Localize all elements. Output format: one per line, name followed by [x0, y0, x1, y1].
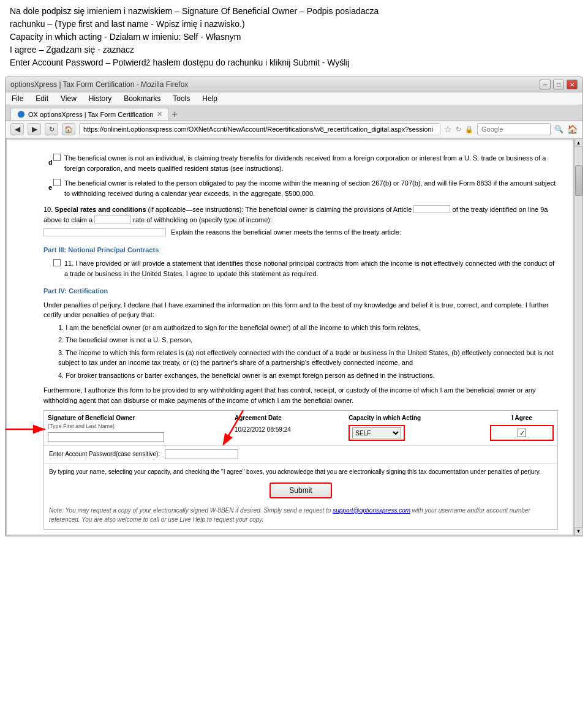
scrollbar[interactable]: ▲ ▼	[574, 138, 582, 536]
cert-item-3: 3. The income to which this form relates…	[58, 348, 558, 368]
part4-heading: Part IV: Certification	[43, 286, 558, 296]
svg-line-3	[226, 410, 244, 440]
password-label: Enter Account Password(case sensitive):	[49, 449, 160, 459]
tab-close-icon[interactable]: ✕	[157, 110, 162, 118]
section-11-text: 11. I have provided or will provide a st…	[64, 258, 558, 279]
submit-section: Submit	[44, 480, 557, 503]
tab-label: OX optionsXpress | Tax Form Certificatio…	[28, 111, 153, 118]
note-text: Note: You may request a copy of your ele…	[49, 507, 331, 514]
home-button[interactable]: 🏠	[62, 123, 75, 135]
menu-view[interactable]: View	[59, 94, 78, 103]
restore-button[interactable]: □	[553, 80, 564, 89]
search-icon[interactable]: 🔍	[554, 125, 564, 133]
rate-input[interactable]	[94, 216, 131, 223]
instruction-line4: I agree – Zgadzam się - zaznacz	[10, 43, 578, 56]
section-d-checkbox[interactable]	[53, 154, 61, 161]
scrollbar-thumb[interactable]	[575, 165, 582, 196]
section-e-checkbox[interactable]	[53, 179, 61, 186]
note-email-link[interactable]: support@optionsxpress.com	[333, 507, 410, 514]
instruction-line1: Na dole podpisz się imieniem i nazwiskie…	[10, 5, 578, 18]
browser-menubar: File Edit View History Bookmarks Tools H…	[6, 92, 582, 105]
capacity-select-container: SELF	[349, 425, 405, 441]
browser-home-icon[interactable]: 🏠	[567, 124, 578, 134]
signature-input[interactable]	[48, 432, 164, 442]
disclaimer-text: By typing your name, selecting your capa…	[49, 468, 541, 475]
menu-edit[interactable]: Edit	[34, 94, 50, 103]
back-button[interactable]: ◀	[10, 123, 24, 135]
address-bar[interactable]	[79, 123, 440, 135]
signature-field: Signature of Beneficial Owner (Type Firs…	[48, 413, 230, 443]
main-content: The beneficial owner is not an individua…	[6, 138, 574, 536]
browser-addressbar: ◀ ▶ ↻ 🏠 ☆ ↻ 🔒 🔍 🏠	[6, 121, 582, 138]
close-button[interactable]: ✕	[567, 80, 578, 89]
iagree-checkbox[interactable]: ✓	[518, 429, 526, 437]
capacity-select[interactable]: SELF	[352, 427, 401, 438]
instruction-line2: rachunku – (Type first and last name - W…	[10, 18, 578, 31]
menu-help[interactable]: Help	[201, 94, 219, 103]
menu-tools[interactable]: Tools	[172, 94, 191, 103]
iagree-container: ✓	[490, 425, 554, 441]
cert-item-4: 4. For broker transactions or barter exc…	[58, 370, 558, 381]
instructions-block: Na dole podpisz się imieniem i nazwiskie…	[0, 0, 588, 77]
disclaimer-section: By typing your name, selecting your capa…	[44, 464, 557, 480]
tab-favicon: 🔵	[17, 111, 24, 118]
furthermore-text: Furthermore, I authorize this form to be…	[43, 385, 558, 405]
section-d-text: The beneficial owner is not an individua…	[64, 153, 558, 173]
instruction-line5: Enter Account Password – Potwierdź hasłe…	[10, 56, 578, 69]
browser-title: optionsXpress | Tax Form Certification -…	[10, 80, 188, 89]
red-arrow-down	[209, 405, 258, 448]
browser-content-area: The beneficial owner is not an individua…	[6, 138, 582, 536]
browser-tabbar: 🔵 OX optionsXpress | Tax Form Certificat…	[6, 105, 582, 121]
red-arrow-left	[6, 417, 50, 441]
signature-label: Signature of Beneficial Owner	[48, 413, 230, 422]
part3-section: Part III: Notional Principal Contracts 1…	[43, 245, 558, 279]
menu-bookmarks[interactable]: Bookmarks	[123, 94, 162, 103]
capacity-label: Capacity in which Acting	[349, 413, 485, 422]
refresh-icon[interactable]: ↻	[456, 126, 461, 133]
part4-section: Part IV: Certification Under penalties o…	[43, 286, 558, 405]
iagree-label: I Agree	[490, 413, 554, 422]
browser-tab-active[interactable]: 🔵 OX optionsXpress | Tax Form Certificat…	[10, 108, 169, 120]
part3-heading: Part III: Notional Principal Contracts	[43, 245, 558, 255]
browser-controls: ─ □ ✕	[540, 80, 578, 89]
section-11-checkbox[interactable]	[53, 259, 61, 266]
signature-sublabel: (Type First and Last Name)	[48, 422, 230, 431]
signature-section: Signature of Beneficial Owner (Type Firs…	[44, 411, 557, 446]
cert-item-2: 2. The beneficial owner is not a U. S. p…	[58, 335, 558, 345]
forward-button[interactable]: ▶	[28, 123, 41, 135]
certification-intro: Under penalties of perjury, I declare th…	[43, 300, 558, 320]
scroll-down-button[interactable]: ▼	[575, 527, 583, 536]
section-e-row: The beneficial owner is related to the p…	[43, 178, 558, 198]
password-section: Enter Account Password(case sensitive):	[44, 446, 557, 464]
note-section: Note: You may request a copy of your ele…	[44, 503, 557, 529]
new-tab-button[interactable]: +	[169, 109, 179, 120]
section-e-text: The beneficial owner is related to the p…	[64, 178, 558, 198]
section-10: 10. Special rates and conditions (if app…	[43, 205, 558, 238]
browser-titlebar: optionsXpress | Tax Form Certification -…	[6, 77, 582, 92]
capacity-field: Capacity in which Acting SELF	[349, 413, 485, 441]
secure-icon: 🔒	[465, 126, 473, 133]
instruction-line3: Capacity in which acting - Działam w imi…	[10, 31, 578, 43]
search-input[interactable]	[477, 123, 551, 135]
article-input[interactable]	[413, 205, 450, 213]
section-11-row: 11. I have provided or will provide a st…	[43, 258, 558, 279]
section-d-row: The beneficial owner is not an individua…	[43, 153, 558, 173]
bookmark-star-icon[interactable]: ☆	[444, 124, 452, 134]
explain-text: Explain the reasons the beneficial owner…	[171, 227, 401, 238]
minimize-button[interactable]: ─	[540, 80, 551, 89]
menu-history[interactable]: History	[88, 94, 113, 103]
cert-item-1: 1. I am the beneficial owner (or am auth…	[58, 323, 558, 333]
scroll-up-button[interactable]: ▲	[575, 138, 583, 147]
submit-button[interactable]: Submit	[270, 483, 331, 498]
iagree-field: I Agree ✓	[490, 413, 554, 441]
browser-window: optionsXpress | Tax Form Certification -…	[5, 77, 583, 536]
reload-button[interactable]: ↻	[45, 123, 58, 135]
password-input[interactable]	[165, 449, 238, 459]
bottom-form-table: Signature of Beneficial Owner (Type Firs…	[43, 410, 558, 530]
menu-file[interactable]: File	[10, 94, 24, 103]
income-type-input[interactable]	[43, 228, 166, 236]
